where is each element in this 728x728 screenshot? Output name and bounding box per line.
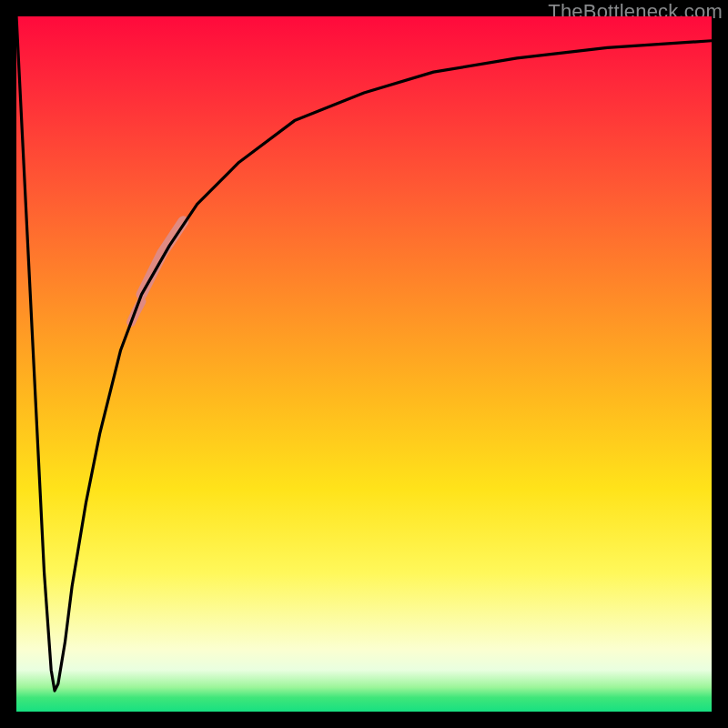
chart-container: TheBottleneck.com xyxy=(0,0,728,728)
plot-area xyxy=(16,16,712,712)
curve-svg xyxy=(16,16,712,712)
curve-group xyxy=(16,16,712,691)
bottleneck-curve xyxy=(16,16,712,691)
